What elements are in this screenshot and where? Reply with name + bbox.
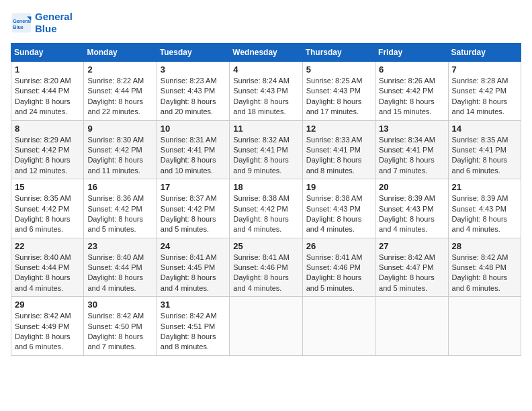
page-header: General Blue General Blue <box>11 11 521 35</box>
day-number: 27 <box>379 241 444 251</box>
day-number: 6 <box>379 64 444 75</box>
calendar-cell: 1Sunrise: 8:20 AMSunset: 4:44 PMDaylight… <box>11 62 84 121</box>
day-info: Sunrise: 8:37 AMSunset: 4:42 PMDaylight:… <box>161 193 226 235</box>
calendar-cell: 5Sunrise: 8:25 AMSunset: 4:43 PMDaylight… <box>302 62 375 121</box>
day-info: Sunrise: 8:35 AMSunset: 4:42 PMDaylight:… <box>15 193 80 235</box>
day-number: 16 <box>87 182 152 192</box>
weekday-header-sunday: Sunday <box>11 44 84 62</box>
calendar-week-row: 15Sunrise: 8:35 AMSunset: 4:42 PMDayligh… <box>11 179 521 238</box>
calendar-cell <box>230 297 302 356</box>
logo-general: General <box>35 11 73 22</box>
day-number: 2 <box>87 64 152 75</box>
day-info: Sunrise: 8:35 AMSunset: 4:41 PMDaylight:… <box>452 135 517 177</box>
day-number: 5 <box>306 64 371 75</box>
calendar-cell: 20Sunrise: 8:39 AMSunset: 4:43 PMDayligh… <box>375 179 448 238</box>
calendar-table: SundayMondayTuesdayWednesdayThursdayFrid… <box>11 43 521 356</box>
weekday-header-friday: Friday <box>375 44 448 62</box>
day-number: 24 <box>161 241 226 251</box>
day-number: 18 <box>233 182 298 192</box>
calendar-cell: 27Sunrise: 8:42 AMSunset: 4:47 PMDayligh… <box>375 238 448 297</box>
day-number: 11 <box>233 124 298 134</box>
day-number: 3 <box>161 64 226 75</box>
day-info: Sunrise: 8:42 AMSunset: 4:49 PMDaylight:… <box>15 311 80 353</box>
day-number: 25 <box>233 241 298 251</box>
calendar-cell: 3Sunrise: 8:23 AMSunset: 4:43 PMDaylight… <box>157 62 229 121</box>
day-info: Sunrise: 8:26 AMSunset: 4:42 PMDaylight:… <box>379 76 444 118</box>
calendar-cell: 16Sunrise: 8:36 AMSunset: 4:42 PMDayligh… <box>84 179 157 238</box>
calendar-cell: 12Sunrise: 8:33 AMSunset: 4:41 PMDayligh… <box>302 120 375 179</box>
day-info: Sunrise: 8:38 AMSunset: 4:42 PMDaylight:… <box>233 193 298 235</box>
day-number: 4 <box>233 64 298 75</box>
calendar-cell: 8Sunrise: 8:29 AMSunset: 4:42 PMDaylight… <box>11 120 84 179</box>
day-info: Sunrise: 8:23 AMSunset: 4:43 PMDaylight:… <box>161 76 226 118</box>
calendar-cell: 10Sunrise: 8:31 AMSunset: 4:41 PMDayligh… <box>157 120 229 179</box>
day-info: Sunrise: 8:41 AMSunset: 4:45 PMDaylight:… <box>161 253 226 294</box>
logo-blue: Blue <box>35 23 73 35</box>
day-number: 26 <box>306 241 371 251</box>
weekday-header-wednesday: Wednesday <box>230 44 302 62</box>
day-number: 31 <box>161 300 226 310</box>
svg-text:Blue: Blue <box>13 24 24 30</box>
calendar-cell: 29Sunrise: 8:42 AMSunset: 4:49 PMDayligh… <box>11 297 84 356</box>
day-info: Sunrise: 8:32 AMSunset: 4:41 PMDaylight:… <box>233 135 298 177</box>
calendar-cell: 2Sunrise: 8:22 AMSunset: 4:44 PMDaylight… <box>84 62 157 121</box>
calendar-cell: 28Sunrise: 8:42 AMSunset: 4:48 PMDayligh… <box>448 238 521 297</box>
calendar-cell: 25Sunrise: 8:41 AMSunset: 4:46 PMDayligh… <box>230 238 302 297</box>
calendar-cell: 24Sunrise: 8:41 AMSunset: 4:45 PMDayligh… <box>157 238 229 297</box>
calendar-week-row: 22Sunrise: 8:40 AMSunset: 4:44 PMDayligh… <box>11 238 521 297</box>
day-info: Sunrise: 8:33 AMSunset: 4:41 PMDaylight:… <box>306 135 371 177</box>
calendar-cell: 15Sunrise: 8:35 AMSunset: 4:42 PMDayligh… <box>11 179 84 238</box>
calendar-header-row: SundayMondayTuesdayWednesdayThursdayFrid… <box>11 44 521 62</box>
day-number: 23 <box>87 241 152 251</box>
calendar-cell: 18Sunrise: 8:38 AMSunset: 4:42 PMDayligh… <box>230 179 302 238</box>
day-info: Sunrise: 8:30 AMSunset: 4:42 PMDaylight:… <box>87 135 152 177</box>
weekday-header-monday: Monday <box>84 44 157 62</box>
day-info: Sunrise: 8:20 AMSunset: 4:44 PMDaylight:… <box>15 76 80 118</box>
day-info: Sunrise: 8:22 AMSunset: 4:44 PMDaylight:… <box>87 76 152 118</box>
day-info: Sunrise: 8:40 AMSunset: 4:44 PMDaylight:… <box>87 253 152 294</box>
day-number: 1 <box>15 64 80 75</box>
day-info: Sunrise: 8:39 AMSunset: 4:43 PMDaylight:… <box>379 193 444 235</box>
calendar-cell: 23Sunrise: 8:40 AMSunset: 4:44 PMDayligh… <box>84 238 157 297</box>
calendar-week-row: 8Sunrise: 8:29 AMSunset: 4:42 PMDaylight… <box>11 120 521 179</box>
svg-text:General: General <box>13 18 31 24</box>
calendar-week-row: 29Sunrise: 8:42 AMSunset: 4:49 PMDayligh… <box>11 297 521 356</box>
day-info: Sunrise: 8:42 AMSunset: 4:47 PMDaylight:… <box>379 253 444 294</box>
day-number: 30 <box>87 300 152 310</box>
calendar-cell: 26Sunrise: 8:41 AMSunset: 4:46 PMDayligh… <box>302 238 375 297</box>
calendar-cell: 31Sunrise: 8:42 AMSunset: 4:51 PMDayligh… <box>157 297 229 356</box>
calendar-cell: 11Sunrise: 8:32 AMSunset: 4:41 PMDayligh… <box>230 120 302 179</box>
day-number: 12 <box>306 124 371 134</box>
calendar-week-row: 1Sunrise: 8:20 AMSunset: 4:44 PMDaylight… <box>11 62 521 121</box>
weekday-header-tuesday: Tuesday <box>157 44 229 62</box>
logo: General Blue General Blue <box>11 11 73 35</box>
calendar-cell: 22Sunrise: 8:40 AMSunset: 4:44 PMDayligh… <box>11 238 84 297</box>
calendar-cell: 13Sunrise: 8:34 AMSunset: 4:41 PMDayligh… <box>375 120 448 179</box>
calendar-cell <box>302 297 375 356</box>
day-number: 29 <box>15 300 80 310</box>
calendar-cell <box>448 297 521 356</box>
weekday-header-thursday: Thursday <box>302 44 375 62</box>
day-number: 17 <box>161 182 226 192</box>
day-number: 28 <box>452 241 517 251</box>
day-info: Sunrise: 8:29 AMSunset: 4:42 PMDaylight:… <box>15 135 80 177</box>
calendar-cell: 19Sunrise: 8:38 AMSunset: 4:43 PMDayligh… <box>302 179 375 238</box>
day-number: 20 <box>379 182 444 192</box>
day-number: 19 <box>306 182 371 192</box>
day-info: Sunrise: 8:41 AMSunset: 4:46 PMDaylight:… <box>306 253 371 294</box>
day-number: 15 <box>15 182 80 192</box>
calendar-cell: 9Sunrise: 8:30 AMSunset: 4:42 PMDaylight… <box>84 120 157 179</box>
calendar-cell <box>375 297 448 356</box>
calendar-cell: 7Sunrise: 8:28 AMSunset: 4:42 PMDaylight… <box>448 62 521 121</box>
day-number: 10 <box>161 124 226 134</box>
day-info: Sunrise: 8:38 AMSunset: 4:43 PMDaylight:… <box>306 193 371 235</box>
calendar-cell: 17Sunrise: 8:37 AMSunset: 4:42 PMDayligh… <box>157 179 229 238</box>
calendar-cell: 30Sunrise: 8:42 AMSunset: 4:50 PMDayligh… <box>84 297 157 356</box>
day-info: Sunrise: 8:34 AMSunset: 4:41 PMDaylight:… <box>379 135 444 177</box>
day-number: 13 <box>379 124 444 134</box>
day-number: 21 <box>452 182 517 192</box>
calendar-cell: 21Sunrise: 8:39 AMSunset: 4:43 PMDayligh… <box>448 179 521 238</box>
day-number: 9 <box>87 124 152 134</box>
day-info: Sunrise: 8:24 AMSunset: 4:43 PMDaylight:… <box>233 76 298 118</box>
day-info: Sunrise: 8:42 AMSunset: 4:50 PMDaylight:… <box>87 311 152 353</box>
